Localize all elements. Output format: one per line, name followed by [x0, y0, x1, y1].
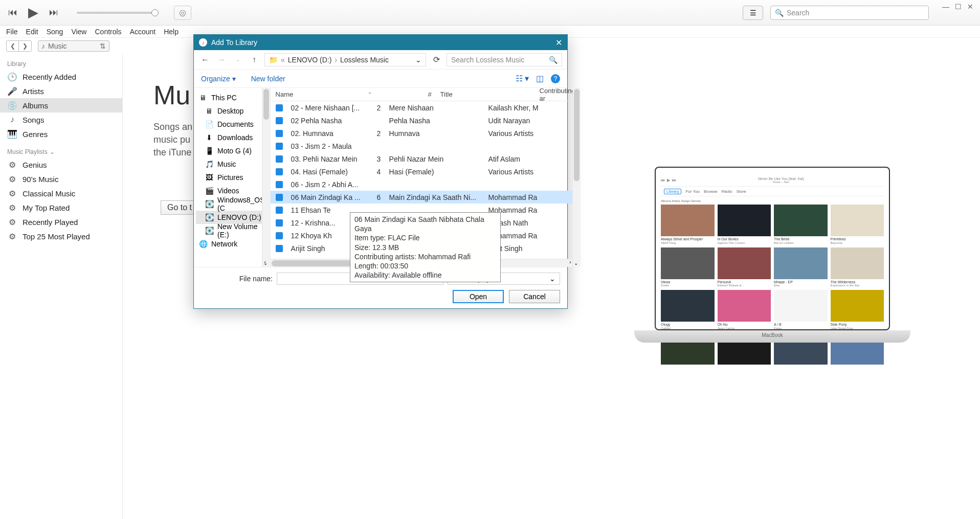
view-mode-button[interactable]: ☷ ▾	[516, 74, 529, 83]
breadcrumb-item[interactable]: LENOVO (D:)	[288, 56, 332, 64]
dialog-breadcrumb[interactable]: 📁 « LENOVO (D:) › Lossless Music ⌄	[264, 53, 426, 66]
cancel-button[interactable]: Cancel	[509, 290, 560, 303]
organize-button[interactable]: Organize ▾	[201, 75, 236, 83]
file-row[interactable]: 06 - Jism 2 - Abhi A...	[271, 178, 581, 191]
promo-album: Oh NoJessy Lanza	[718, 290, 771, 330]
navpane-item[interactable]: 🖼Pictures	[196, 171, 268, 184]
sidebar-playlist-item[interactable]: ⚙My Top Rated	[0, 200, 122, 215]
previous-icon[interactable]: ⏮	[5, 5, 20, 20]
sidebar-item[interactable]: 🕒Recently Added	[0, 70, 122, 84]
sidebar-playlist-item[interactable]: ⚙Recently Played	[0, 215, 122, 229]
file-row[interactable]: 04. Hasi (Female) 4 Hasi (Female) Variou…	[271, 165, 581, 178]
breadcrumb-sep: ›	[335, 56, 337, 64]
forward-button[interactable]: ❯	[19, 41, 31, 51]
promo-next-icon: ⏭	[672, 178, 676, 183]
sidebar-item[interactable]: 🎹Genres	[0, 127, 122, 141]
file-row[interactable]: 03 - Jism 2 - Maula	[271, 140, 581, 152]
sidebar-playlist-item[interactable]: ⚙Genius	[0, 157, 122, 172]
dialog-titlebar[interactable]: ♪ Add To Library ✕	[194, 35, 567, 50]
menu-help[interactable]: Help	[164, 28, 179, 36]
folder-icon: 📁	[269, 56, 278, 64]
menu-file[interactable]: File	[6, 28, 18, 36]
col-title[interactable]: Title	[435, 91, 534, 98]
chevron-right-icon[interactable]: ›	[569, 259, 571, 265]
dialog-buttons: Open Cancel	[201, 290, 560, 303]
menu-account[interactable]: Account	[130, 28, 156, 36]
album-title: Oh No	[718, 323, 771, 327]
filepane-scrollbar[interactable]: ⌄	[572, 88, 581, 267]
help-icon[interactable]: ?	[551, 74, 560, 83]
file-row[interactable]: 02 - Mere Nishaan [... 2 Mere Nishaan Ka…	[271, 101, 581, 114]
chevron-down-icon[interactable]: ⌄	[574, 260, 578, 266]
menu-controls[interactable]: Controls	[95, 28, 121, 36]
dialog-back-button[interactable]: ←	[199, 54, 211, 66]
airplay-icon[interactable]: ◎	[174, 6, 191, 20]
sidebar-item[interactable]: 💿Albums	[0, 98, 122, 112]
search-input[interactable]: 🔍 Search	[770, 6, 929, 20]
dialog-up-button[interactable]: ↑	[248, 54, 260, 66]
menu-edit[interactable]: Edit	[26, 28, 38, 36]
file-icon	[276, 207, 283, 214]
list-view-button[interactable]: ☰	[743, 6, 763, 20]
refresh-button[interactable]: ⟳	[430, 54, 442, 66]
menu-view[interactable]: View	[71, 28, 86, 36]
sidebar-playlist-item[interactable]: ⚙90's Music	[0, 172, 122, 186]
col-name[interactable]: Name	[271, 91, 368, 98]
album-artist: Kaleo	[774, 327, 828, 330]
preview-toggle-button[interactable]: ◫	[536, 74, 544, 83]
sidebar-icon: ♪	[7, 115, 17, 124]
breadcrumb-item[interactable]: Lossless Music	[340, 56, 389, 64]
col-num[interactable]: #	[423, 91, 435, 98]
next-icon[interactable]: ⏭	[46, 5, 61, 20]
navpane-item[interactable]: ⬇Downloads	[196, 131, 268, 144]
sidebar-playlist-item[interactable]: ⚙Top 25 Most Played	[0, 229, 122, 243]
navpane-item[interactable]: 🖥Desktop	[196, 104, 268, 118]
scrollbar-thumb[interactable]	[263, 89, 269, 120]
scrollbar-thumb[interactable]	[574, 89, 580, 181]
file-row[interactable]: 02. Humnava 2 Humnava Various Artists	[271, 127, 581, 140]
album-title: The Wilderness	[831, 280, 884, 284]
sidebar-playlist-item[interactable]: ⚙Classical Music	[0, 186, 122, 200]
dialog-forward-button[interactable]: →	[215, 54, 228, 66]
navpane-item-icon: 💽	[205, 227, 213, 235]
navpane-item[interactable]: 📄Documents	[196, 118, 268, 131]
sidebar-item[interactable]: ♪Songs	[0, 112, 122, 127]
chevron-left-icon[interactable]: ‹	[264, 259, 266, 265]
file-icon	[276, 181, 283, 188]
tooltip-line: Availability: Available offline	[354, 270, 496, 280]
tooltip-line: Item type: FLAC File	[354, 233, 496, 242]
maximize-icon[interactable]: ☐	[953, 3, 963, 11]
file-row[interactable]: 06 Main Zindagi Ka ... 6 Main Zindagi Ka…	[271, 191, 581, 204]
breadcrumb-dropdown-icon[interactable]: ⌄	[415, 56, 421, 64]
volume-thumb[interactable]	[151, 9, 159, 16]
sidebar-item[interactable]: 🎤Artists	[0, 84, 122, 98]
dialog-recent-dropdown[interactable]: ⌄	[232, 54, 244, 66]
file-name: 06 Main Zindagi Ka ...	[286, 193, 372, 201]
file-icon	[276, 194, 283, 201]
minimize-icon[interactable]: —	[941, 3, 950, 11]
play-icon[interactable]: ▶	[26, 5, 41, 20]
sidebar-playlists-header[interactable]: Music Playlists ⌄	[0, 146, 122, 157]
navpane-item[interactable]: 💽Windows8_OS (C	[196, 197, 268, 211]
back-button[interactable]: ❮	[7, 41, 19, 51]
dialog-close-icon[interactable]: ✕	[555, 38, 562, 48]
new-folder-button[interactable]: New folder	[251, 75, 285, 83]
navpane-item[interactable]: 📱Moto G (4)	[196, 144, 268, 157]
menu-song[interactable]: Song	[47, 28, 63, 36]
album-artist: Bayonne	[831, 241, 884, 244]
navpane-item[interactable]: 🌐Network	[196, 237, 268, 251]
volume-slider[interactable]	[77, 12, 159, 14]
file-row[interactable]: 03. Pehli Nazar Mein 3 Pehli Nazar Mein …	[271, 152, 581, 165]
navpane-scrollbar[interactable]: ⌄	[262, 88, 270, 267]
album-artist: Against The Current	[718, 241, 771, 244]
promo-album: Side PonyLake Street Dive	[831, 290, 884, 330]
close-icon[interactable]: ✕	[966, 3, 975, 11]
dialog-search-input[interactable]: Search Lossless Music 🔍	[447, 53, 562, 66]
navpane-item[interactable]: 🖥This PC	[196, 91, 268, 104]
navpane-item[interactable]: 💽New Volume (E:)	[196, 224, 268, 237]
file-row[interactable]: 02 Pehla Nasha Pehla Nasha Udit Narayan	[271, 114, 581, 127]
go-to-store-button[interactable]: Go to t	[161, 200, 198, 215]
view-select[interactable]: ♪ Music ⇅	[38, 40, 109, 52]
navpane-item[interactable]: 🎵Music	[196, 157, 268, 171]
open-button[interactable]: Open	[453, 290, 504, 303]
